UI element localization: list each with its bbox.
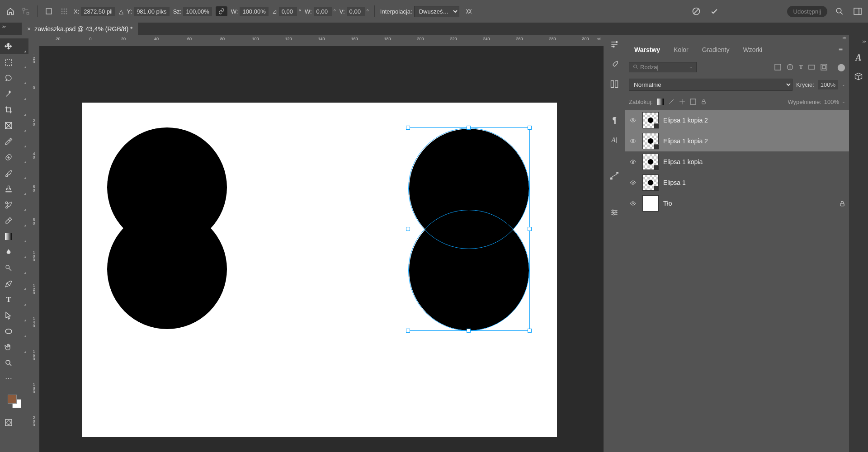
height-scale-field[interactable]: W:100,00% xyxy=(231,7,269,16)
lock-artboard-icon[interactable] xyxy=(690,99,696,105)
filter-smart-icon[interactable] xyxy=(821,64,827,71)
workspace-icon[interactable] xyxy=(852,5,863,17)
libraries-panel-icon[interactable] xyxy=(609,78,620,90)
interpolation-field[interactable]: Interpolacja: Dwusześ… xyxy=(380,6,459,17)
filter-type-icon[interactable]: T xyxy=(799,63,803,71)
skew-v-field[interactable]: V:0,00° xyxy=(340,7,369,16)
tab-color[interactable]: Kolor xyxy=(667,42,695,57)
lock-pixels-icon[interactable] xyxy=(657,99,664,105)
brush-tool[interactable] xyxy=(0,165,28,181)
blend-mode-select[interactable]: Normalnie xyxy=(629,79,793,91)
ellipse-shape[interactable] xyxy=(107,209,227,329)
lasso-tool[interactable] xyxy=(0,70,28,86)
tab-gradients[interactable]: Gradienty xyxy=(696,42,736,57)
link-icon[interactable] xyxy=(216,6,227,16)
transform-handle[interactable] xyxy=(528,126,532,130)
blur-tool[interactable] xyxy=(0,244,28,260)
layer-row[interactable]: Elipsa 1 kopia 2 xyxy=(625,131,849,151)
home-icon[interactable] xyxy=(5,5,16,17)
layer-thumbnail[interactable] xyxy=(642,112,659,128)
foreground-color-swatch[interactable] xyxy=(8,395,17,404)
history-brush-tool[interactable] xyxy=(0,197,28,212)
transform-handle[interactable] xyxy=(528,329,532,333)
eraser-tool[interactable] xyxy=(0,212,28,228)
character-panel-icon[interactable]: A| xyxy=(609,134,620,146)
layer-row[interactable]: Elipsa 1 xyxy=(625,172,849,193)
transform-handle[interactable] xyxy=(406,227,410,231)
panel-collapse-icon[interactable]: ≪ xyxy=(625,35,849,41)
quick-mask-icon[interactable] xyxy=(0,414,28,430)
fill-value[interactable]: 100% xyxy=(824,99,839,105)
artboard[interactable] xyxy=(82,103,557,437)
close-tab-icon[interactable]: × xyxy=(27,25,31,33)
skew-h-field[interactable]: W:0,00° xyxy=(305,7,336,16)
transform-bounding-box[interactable] xyxy=(408,127,530,331)
commit-icon[interactable] xyxy=(708,5,720,17)
paragraph-panel-icon[interactable]: ¶ xyxy=(609,114,620,126)
zoom-tool[interactable] xyxy=(0,355,28,371)
grid-icon[interactable] xyxy=(58,5,70,17)
transform-icon[interactable] xyxy=(20,5,32,17)
properties-panel-icon[interactable] xyxy=(609,207,620,218)
marquee-tool[interactable] xyxy=(0,54,28,70)
gradient-tool[interactable] xyxy=(0,228,28,244)
hand-tool[interactable] xyxy=(0,339,28,355)
y-field[interactable]: △ Y:981,00 piks xyxy=(119,7,170,16)
lock-all-icon[interactable] xyxy=(701,99,707,105)
ellipse-tool[interactable] xyxy=(0,323,28,339)
share-button[interactable]: Udostępnij xyxy=(787,6,827,17)
transform-handle[interactable] xyxy=(406,126,410,130)
panel-collapse-icon[interactable]: ≪ xyxy=(597,37,601,41)
visibility-icon[interactable] xyxy=(629,159,638,165)
move-tool[interactable] xyxy=(0,38,28,54)
filter-adjust-icon[interactable] xyxy=(787,64,793,71)
transform-handle[interactable] xyxy=(406,329,410,333)
layer-thumbnail[interactable] xyxy=(642,195,659,212)
tab-layers[interactable]: Warstwy xyxy=(628,42,666,57)
edit-toolbar-icon[interactable]: ⋯ xyxy=(0,371,28,386)
transform-handle[interactable] xyxy=(528,227,532,231)
healing-tool[interactable] xyxy=(0,149,28,165)
layer-thumbnail[interactable] xyxy=(642,133,659,149)
tab-scroll-left-icon[interactable]: ≫ xyxy=(2,24,6,29)
dodge-tool[interactable] xyxy=(0,260,28,276)
crop-tool[interactable] xyxy=(0,102,28,118)
transform-handle[interactable] xyxy=(467,329,471,333)
type-tool[interactable]: T xyxy=(0,292,28,307)
filter-shape-icon[interactable] xyxy=(808,64,815,71)
rotate-field[interactable]: ⊿0,00° xyxy=(272,7,301,16)
fill-dropdown-icon[interactable]: ⌄ xyxy=(842,99,845,104)
eyedropper-tool[interactable] xyxy=(0,133,28,149)
width-scale-field[interactable]: Sz:100,00% xyxy=(173,7,212,16)
rail-collapse-icon[interactable]: ≫ xyxy=(862,39,866,44)
pen-tool[interactable] xyxy=(0,276,28,292)
stamp-tool[interactable] xyxy=(0,181,28,197)
paths-panel-icon[interactable] xyxy=(609,170,620,182)
reference-point-icon[interactable] xyxy=(43,5,55,17)
opacity-dropdown-icon[interactable]: ⌄ xyxy=(842,82,845,87)
document-tab[interactable]: × zawieszka.psd @ 43,4% (RGB/8) * xyxy=(22,23,138,35)
3d-panel-icon[interactable] xyxy=(853,71,864,82)
path-select-tool[interactable] xyxy=(0,307,28,323)
layer-thumbnail[interactable] xyxy=(642,154,659,170)
visibility-icon[interactable] xyxy=(629,200,638,207)
filter-toggle-icon[interactable]: ⬤ xyxy=(837,63,845,71)
layer-row[interactable]: Tło xyxy=(625,193,849,214)
warp-icon[interactable] xyxy=(463,5,475,17)
opacity-value[interactable]: 100% xyxy=(818,80,838,89)
layer-row[interactable]: Elipsa 1 kopia xyxy=(625,151,849,172)
filter-pixel-icon[interactable] xyxy=(774,64,781,71)
transform-handle[interactable] xyxy=(467,126,471,130)
color-swatches[interactable] xyxy=(8,395,21,408)
cancel-icon[interactable] xyxy=(690,5,702,17)
layer-row[interactable]: Elipsa 1 kopia 2 xyxy=(625,110,849,131)
x-field[interactable]: X:2872,50 pil xyxy=(74,7,115,16)
panel-menu-icon[interactable]: ≡ xyxy=(835,46,846,54)
visibility-icon[interactable] xyxy=(629,179,638,186)
lock-paint-icon[interactable] xyxy=(668,99,675,105)
visibility-icon[interactable] xyxy=(629,117,638,123)
wand-tool[interactable] xyxy=(0,86,28,102)
visibility-icon[interactable] xyxy=(629,138,638,144)
lock-position-icon[interactable] xyxy=(679,99,685,105)
interpolation-select[interactable]: Dwusześ… xyxy=(414,6,459,17)
